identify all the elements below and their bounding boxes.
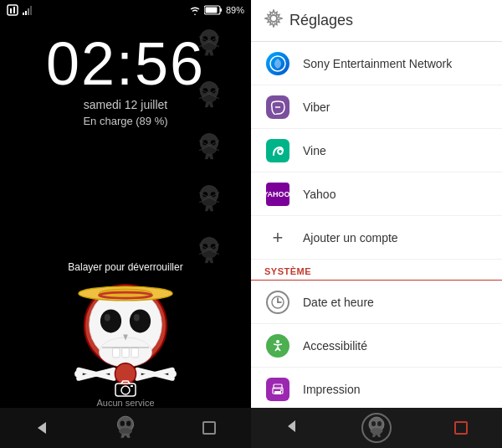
nav-skull-icon: [364, 415, 389, 440]
svg-rect-4: [220, 8, 222, 12]
settings-item-print[interactable]: Impression: [251, 368, 502, 408]
svg-rect-0: [8, 5, 18, 15]
settings-item-viber[interactable]: Viber: [251, 85, 502, 129]
sony-icon: [264, 50, 291, 77]
settings-panel: Réglages Sony Entertainment Network: [251, 0, 502, 448]
settings-item-yahoo[interactable]: YAHOO! Yahoo: [251, 173, 502, 216]
svg-point-56: [120, 420, 125, 425]
access-svg: [271, 339, 284, 353]
svg-point-58: [270, 15, 277, 22]
svg-rect-35: [122, 348, 129, 358]
svg-rect-52: [131, 385, 133, 387]
wifi-icon: [189, 5, 201, 15]
accessibility-label: Accessibilité: [303, 339, 367, 353]
yahoo-icon: YAHOO!: [264, 181, 291, 208]
svg-point-43: [74, 370, 83, 378]
bg-skull-4: [194, 183, 224, 214]
bg-skull-3: [194, 131, 224, 162]
section-header-system: SYSTÈME: [251, 260, 502, 281]
status-bar-right: 89%: [189, 5, 244, 15]
home-button-right[interactable]: [361, 413, 392, 443]
signal-icon: [22, 4, 33, 16]
svg-rect-1: [10, 8, 12, 13]
svg-point-70: [280, 389, 282, 391]
svg-point-57: [126, 420, 131, 425]
vine-svg: [270, 143, 285, 158]
nav-bar-left: [0, 408, 251, 448]
settings-item-datetime[interactable]: Date et heure: [251, 281, 502, 324]
svg-point-16: [202, 146, 217, 154]
yahoo-label: Yahoo: [303, 188, 336, 201]
status-bar-left: [7, 4, 33, 16]
sim-icon: [7, 4, 18, 16]
home-button[interactable]: [107, 409, 144, 446]
battery-percent: 89%: [226, 5, 244, 15]
status-bar: 89%: [0, 0, 251, 20]
svg-point-20: [202, 198, 217, 206]
gear-svg: [264, 9, 283, 28]
date-label: samedi 12 juillet: [0, 98, 251, 111]
svg-point-61: [277, 106, 279, 108]
svg-point-30: [100, 309, 121, 332]
add-account-icon: +: [264, 224, 291, 251]
back-button[interactable]: [23, 409, 60, 446]
lock-screen: 89%: [0, 0, 251, 448]
svg-point-48: [168, 370, 177, 378]
time-display: 02:56 samedi 12 juillet En charge (89 %): [0, 33, 251, 127]
recent-icon-right: [454, 421, 468, 435]
svg-rect-36: [131, 348, 138, 358]
back-arrow-right-icon: [285, 420, 299, 433]
vine-icon: [264, 137, 291, 164]
svg-marker-74: [288, 420, 295, 432]
datetime-icon: [264, 289, 291, 316]
svg-rect-34: [113, 348, 120, 358]
battery-icon: [204, 5, 223, 15]
svg-point-66: [276, 340, 279, 343]
svg-point-77: [371, 421, 376, 426]
swipe-label: Balayer pour déverrouiller: [61, 259, 189, 275]
viber-icon: [264, 94, 291, 121]
battery-status: En charge (89 %): [0, 115, 251, 127]
add-account-label: Ajouter un compte: [303, 231, 398, 245]
sony-logo-svg: [269, 55, 286, 72]
viber-svg: [270, 100, 285, 115]
print-label: Impression: [303, 383, 360, 396]
settings-gear-icon: [264, 9, 283, 32]
back-arrow-icon: [34, 420, 49, 435]
camera-icon[interactable]: [115, 379, 136, 401]
recent-icon: [202, 421, 216, 435]
svg-point-55: [120, 427, 132, 435]
sony-label: Sony Entertainment Network: [303, 57, 452, 70]
settings-item-accessibility[interactable]: Accessibilité: [251, 324, 502, 368]
svg-marker-53: [38, 422, 46, 434]
print-icon: [264, 376, 291, 403]
svg-point-78: [377, 421, 382, 426]
vine-label: Vine: [303, 144, 326, 157]
settings-item-add-account[interactable]: + Ajouter un compte: [251, 216, 502, 260]
svg-point-60: [275, 106, 277, 108]
camera-svg: [115, 379, 136, 398]
viber-label: Viber: [303, 100, 330, 114]
settings-item-sony[interactable]: Sony Entertainment Network: [251, 42, 502, 85]
svg-rect-69: [274, 391, 281, 394]
svg-rect-2: [13, 7, 15, 13]
settings-list: Sony Entertainment Network Viber: [251, 42, 502, 408]
recent-button-right[interactable]: [448, 415, 474, 441]
settings-title: Réglages: [289, 12, 353, 29]
accessibility-icon: [264, 332, 291, 359]
svg-point-51: [121, 386, 130, 394]
clock-svg: [270, 295, 285, 310]
svg-point-62: [279, 106, 280, 108]
svg-point-32: [105, 314, 110, 321]
back-button-right[interactable]: [279, 413, 305, 444]
nav-bar-right: [251, 408, 502, 448]
main-skull-svg: [67, 279, 184, 396]
home-skull-icon: [112, 415, 139, 441]
clock-time: 02:56: [0, 33, 251, 94]
settings-item-vine[interactable]: Vine: [251, 129, 502, 173]
recent-button[interactable]: [191, 409, 228, 446]
svg-point-76: [371, 428, 382, 435]
svg-rect-5: [205, 8, 217, 13]
datetime-label: Date et heure: [303, 296, 374, 309]
print-svg: [271, 383, 284, 396]
